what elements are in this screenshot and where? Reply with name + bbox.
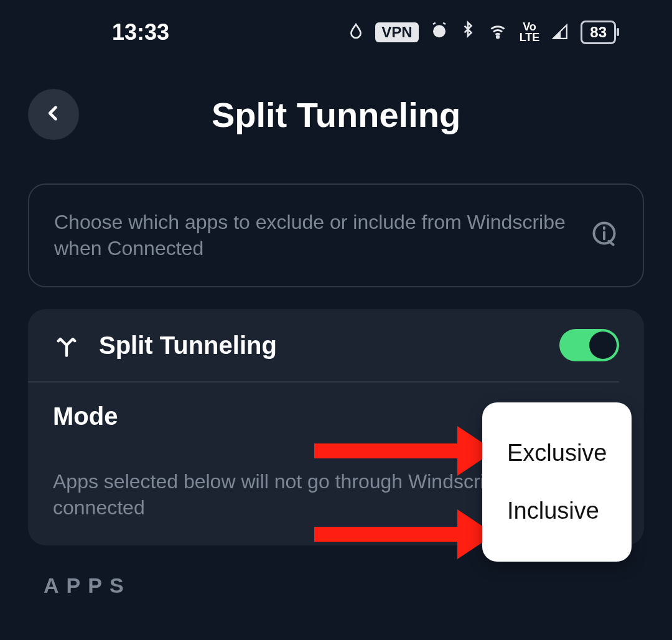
page-title: Split Tunneling [212, 95, 460, 135]
back-button[interactable] [28, 89, 79, 140]
mode-option-inclusive[interactable]: Inclusive [482, 482, 632, 540]
page-header: Split Tunneling [0, 64, 672, 165]
volte-indicator: Vo LTE [520, 22, 540, 42]
bluetooth-icon [460, 19, 476, 45]
annotation-arrow-inclusive [314, 509, 495, 559]
toggle-knob [589, 332, 617, 359]
status-time: 13:33 [112, 19, 169, 45]
chevron-left-icon [45, 102, 62, 127]
info-text: Choose which apps to exclude or include … [54, 210, 572, 261]
split-tunneling-label: Split Tunneling [99, 332, 541, 359]
status-bar: 13:33 VPN Vo LTE 83 [0, 0, 672, 64]
signal-icon [551, 19, 569, 45]
info-card: Choose which apps to exclude or include … [28, 183, 644, 287]
split-icon [53, 333, 80, 358]
mode-dropdown: Exclusive Inclusive [482, 402, 632, 562]
vpn-badge: VPN [375, 22, 418, 42]
settings-card: Split Tunneling Mode Apps selected below… [28, 309, 644, 545]
water-drop-icon [348, 19, 364, 45]
wifi-icon [487, 19, 508, 45]
alarm-icon [430, 19, 449, 45]
annotation-arrow-exclusive [314, 426, 495, 476]
svg-point-0 [433, 25, 446, 37]
status-icons: VPN Vo LTE 83 [348, 19, 616, 45]
svg-point-1 [497, 35, 499, 38]
mode-option-exclusive[interactable]: Exclusive [482, 424, 632, 482]
battery-indicator: 83 [581, 21, 616, 44]
split-tunneling-toggle-row: Split Tunneling [28, 309, 644, 381]
info-link-icon[interactable] [590, 220, 618, 252]
split-tunneling-toggle[interactable] [559, 329, 619, 361]
